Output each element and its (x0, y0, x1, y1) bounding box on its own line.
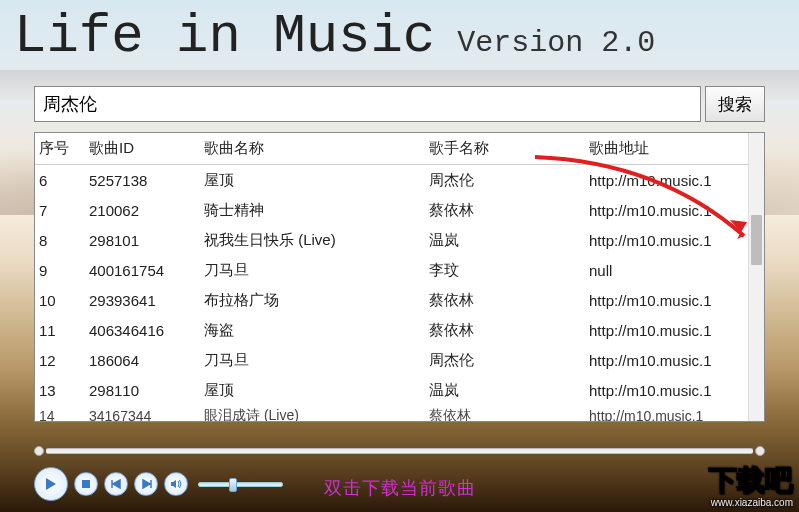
col-song-id[interactable]: 歌曲ID (85, 133, 200, 165)
cell-url: http://m10.music.1 (585, 165, 748, 196)
cell-id: 29393641 (85, 285, 200, 315)
cell-name: 刀马旦 (200, 345, 425, 375)
cell-idx: 14 (35, 405, 85, 421)
cell-id: 186064 (85, 345, 200, 375)
cell-id: 400161754 (85, 255, 200, 285)
cell-artist: 李玟 (425, 255, 585, 285)
cell-name: 屋顶 (200, 375, 425, 405)
table-row[interactable]: 12186064刀马旦周杰伦http://m10.music.1 (35, 345, 748, 375)
cell-idx: 6 (35, 165, 85, 196)
table-row[interactable]: 7210062骑士精神蔡依林http://m10.music.1 (35, 195, 748, 225)
app-version: Version 2.0 (457, 26, 655, 60)
cell-name: 布拉格广场 (200, 285, 425, 315)
app-title: Life in Music (14, 6, 435, 67)
cell-id: 210062 (85, 195, 200, 225)
cell-url: http://m10.music.1 (585, 345, 748, 375)
watermark-url: www.xiazaiba.com (709, 497, 793, 508)
cell-name: 刀马旦 (200, 255, 425, 285)
cell-artist: 温岚 (425, 225, 585, 255)
table-row[interactable]: 65257138屋顶周杰伦http://m10.music.1 (35, 165, 748, 196)
cell-idx: 9 (35, 255, 85, 285)
cell-name: 眼泪成诗 (Live) (200, 405, 425, 421)
col-index[interactable]: 序号 (35, 133, 85, 165)
header: Life in Music Version 2.0 (14, 6, 785, 76)
table-row[interactable]: 9400161754刀马旦李玟null (35, 255, 748, 285)
search-input[interactable] (34, 86, 701, 122)
cell-idx: 12 (35, 345, 85, 375)
cell-id: 298110 (85, 375, 200, 405)
cell-idx: 7 (35, 195, 85, 225)
cell-url: http://m10.music.1 (585, 315, 748, 345)
cell-url: http://m10.music.1 (585, 225, 748, 255)
cell-idx: 13 (35, 375, 85, 405)
table-header-row: 序号 歌曲ID 歌曲名称 歌手名称 歌曲地址 (35, 133, 748, 165)
cell-artist: 温岚 (425, 375, 585, 405)
cell-url: http://m10.music.1 (585, 405, 748, 421)
cell-idx: 11 (35, 315, 85, 345)
table-row[interactable]: 1434167344眼泪成诗 (Live)蔡依林http://m10.music… (35, 405, 748, 421)
cell-id: 298101 (85, 225, 200, 255)
col-song-name[interactable]: 歌曲名称 (200, 133, 425, 165)
table-row[interactable]: 1029393641布拉格广场蔡依林http://m10.music.1 (35, 285, 748, 315)
cell-url: http://m10.music.1 (585, 285, 748, 315)
cell-artist: 蔡依林 (425, 195, 585, 225)
cell-artist: 蔡依林 (425, 405, 585, 421)
hint-text: 双击下载当前歌曲 (0, 476, 799, 500)
search-row: 搜索 (34, 86, 765, 122)
cell-idx: 8 (35, 225, 85, 255)
cell-name: 骑士精神 (200, 195, 425, 225)
cell-idx: 10 (35, 285, 85, 315)
cell-id: 34167344 (85, 405, 200, 421)
cell-url: null (585, 255, 748, 285)
scrollbar-thumb[interactable] (751, 215, 762, 265)
cell-url: http://m10.music.1 (585, 375, 748, 405)
table-row[interactable]: 8298101祝我生日快乐 (Live)温岚http://m10.music.1 (35, 225, 748, 255)
cell-name: 屋顶 (200, 165, 425, 196)
seek-bar[interactable] (34, 440, 765, 462)
cell-artist: 蔡依林 (425, 315, 585, 345)
cell-id: 5257138 (85, 165, 200, 196)
cell-artist: 周杰伦 (425, 345, 585, 375)
cell-url: http://m10.music.1 (585, 195, 748, 225)
cell-artist: 蔡依林 (425, 285, 585, 315)
vertical-scrollbar[interactable] (748, 133, 764, 421)
col-url[interactable]: 歌曲地址 (585, 133, 748, 165)
col-artist[interactable]: 歌手名称 (425, 133, 585, 165)
cell-id: 406346416 (85, 315, 200, 345)
results-table: 序号 歌曲ID 歌曲名称 歌手名称 歌曲地址 65257138屋顶周杰伦http… (34, 132, 765, 422)
table-row[interactable]: 13298110屋顶温岚http://m10.music.1 (35, 375, 748, 405)
watermark: 下载吧 www.xiazaiba.com (709, 466, 793, 508)
cell-name: 祝我生日快乐 (Live) (200, 225, 425, 255)
watermark-logo: 下载吧 (709, 466, 793, 497)
table-row[interactable]: 11406346416海盗蔡依林http://m10.music.1 (35, 315, 748, 345)
cell-artist: 周杰伦 (425, 165, 585, 196)
search-button[interactable]: 搜索 (705, 86, 765, 122)
cell-name: 海盗 (200, 315, 425, 345)
